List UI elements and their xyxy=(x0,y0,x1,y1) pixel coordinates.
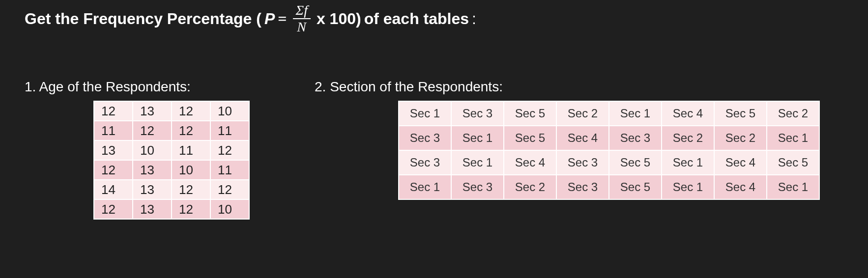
age-cell: 10 xyxy=(172,160,210,180)
section-cell: Sec 5 xyxy=(504,101,556,126)
age-cell: 13 xyxy=(94,140,133,160)
section-cell: Sec 2 xyxy=(556,101,609,126)
section-cell: Sec 3 xyxy=(399,126,451,150)
section-cell: Sec 3 xyxy=(556,150,609,175)
age-cell: 10 xyxy=(210,199,249,219)
heading-prefix: Get the Frequency Percentage ( xyxy=(25,10,261,28)
section-cell: Sec 4 xyxy=(662,101,714,126)
age-cell: 12 xyxy=(94,101,133,121)
age-cell: 11 xyxy=(210,121,249,140)
section-cell: Sec 1 xyxy=(451,126,504,150)
column-age: 1. Age of the Respondents: 12 13 12 10 1… xyxy=(25,79,300,220)
age-cell: 12 xyxy=(133,121,172,140)
table-row: Sec 1 Sec 3 Sec 5 Sec 2 Sec 1 Sec 4 Sec … xyxy=(399,101,819,126)
age-cell: 12 xyxy=(172,101,210,121)
section-cell: Sec 1 xyxy=(767,126,819,150)
section-cell: Sec 2 xyxy=(714,126,767,150)
formula-p: P xyxy=(264,10,275,28)
section-cell: Sec 5 xyxy=(767,150,819,175)
section-cell: Sec 1 xyxy=(662,150,714,175)
age-cell: 13 xyxy=(133,101,172,121)
age-cell: 12 xyxy=(172,199,210,219)
age-cell: 11 xyxy=(172,140,210,160)
section-cell: Sec 4 xyxy=(714,175,767,199)
table-row: 12 13 10 11 xyxy=(94,160,249,180)
age-cell: 10 xyxy=(210,101,249,121)
section-cell: Sec 5 xyxy=(609,150,662,175)
section-table: Sec 1 Sec 3 Sec 5 Sec 2 Sec 1 Sec 4 Sec … xyxy=(398,101,820,200)
age-cell: 10 xyxy=(133,140,172,160)
table-row: 12 13 12 10 xyxy=(94,101,249,121)
table-row: Sec 3 Sec 1 Sec 4 Sec 3 Sec 5 Sec 1 Sec … xyxy=(399,150,819,175)
section-cell: Sec 3 xyxy=(399,150,451,175)
section-cell: Sec 3 xyxy=(451,101,504,126)
section-cell: Sec 1 xyxy=(767,175,819,199)
section-cell: Sec 5 xyxy=(504,126,556,150)
section-cell: Sec 1 xyxy=(451,150,504,175)
section-cell: Sec 4 xyxy=(714,150,767,175)
heading-suffix-bold: of each tables xyxy=(364,10,469,28)
section-cell: Sec 3 xyxy=(451,175,504,199)
table-row: 13 10 11 12 xyxy=(94,140,249,160)
table-row: 12 13 12 10 xyxy=(94,199,249,219)
age-cell: 12 xyxy=(210,180,249,199)
age-cell: 13 xyxy=(133,180,172,199)
section-cell: Sec 2 xyxy=(504,175,556,199)
age-cell: 13 xyxy=(133,160,172,180)
formula-times: x 100) xyxy=(317,10,361,28)
age-cell: 11 xyxy=(210,160,249,180)
section-cell: Sec 1 xyxy=(662,175,714,199)
table-row: 11 12 12 11 xyxy=(94,121,249,140)
age-cell: 12 xyxy=(94,160,133,180)
section-cell: Sec 4 xyxy=(504,150,556,175)
section-cell: Sec 5 xyxy=(714,101,767,126)
age-cell: 14 xyxy=(94,180,133,199)
heading-suffix: : xyxy=(472,10,476,28)
section-cell: Sec 2 xyxy=(662,126,714,150)
section-cell: Sec 1 xyxy=(399,175,451,199)
age-cell: 11 xyxy=(94,121,133,140)
formula-fraction: Σf N xyxy=(293,2,311,35)
age-cell: 12 xyxy=(172,180,210,199)
age-cell: 12 xyxy=(172,121,210,140)
section-cell: Sec 5 xyxy=(609,175,662,199)
table-row: 14 13 12 12 xyxy=(94,180,249,199)
content-columns: 1. Age of the Respondents: 12 13 12 10 1… xyxy=(25,79,843,220)
table-row: Sec 3 Sec 1 Sec 5 Sec 4 Sec 3 Sec 2 Sec … xyxy=(399,126,819,150)
section-cell: Sec 2 xyxy=(767,101,819,126)
age-table: 12 13 12 10 11 12 12 11 13 10 11 12 12 1… xyxy=(93,101,250,220)
age-cell: 12 xyxy=(210,140,249,160)
formula-denominator: N xyxy=(294,19,309,35)
section-cell: Sec 3 xyxy=(556,175,609,199)
column-section: 2. Section of the Respondents: Sec 1 Sec… xyxy=(315,79,843,220)
age-title: 1. Age of the Respondents: xyxy=(25,79,300,95)
page-title: Get the Frequency Percentage ( P = Σf N … xyxy=(25,2,843,35)
age-cell: 12 xyxy=(94,199,133,219)
section-cell: Sec 1 xyxy=(609,101,662,126)
section-title: 2. Section of the Respondents: xyxy=(315,79,843,95)
section-cell: Sec 4 xyxy=(556,126,609,150)
formula-numerator: Σf xyxy=(293,2,311,19)
formula-equals: = xyxy=(278,10,287,28)
table-row: Sec 1 Sec 3 Sec 2 Sec 3 Sec 5 Sec 1 Sec … xyxy=(399,175,819,199)
section-cell: Sec 1 xyxy=(399,101,451,126)
age-cell: 13 xyxy=(133,199,172,219)
section-cell: Sec 3 xyxy=(609,126,662,150)
